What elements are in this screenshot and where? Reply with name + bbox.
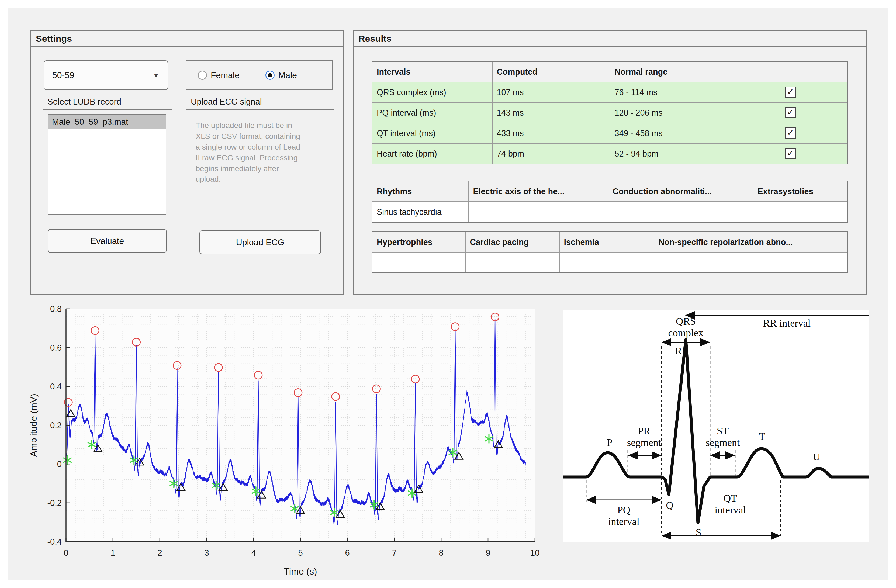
svg-text:Time (s): Time (s) [284, 566, 317, 576]
radio-circle-icon [198, 71, 207, 80]
qt-interval-label-1: QT [724, 493, 737, 504]
u-wave-label: U [813, 451, 820, 462]
record-list-item[interactable]: Male_50_59_p3.mat [48, 115, 166, 129]
record-select-panel: Select LUDB record Male_50_59_p3.mat Eva… [43, 94, 172, 268]
interval-name-cell[interactable]: QRS complex (ms) [372, 82, 492, 102]
intervals-header-cell: Intervals [372, 61, 492, 82]
ecg-diagram: QRS complex RR interval R P PR segment S… [563, 310, 869, 542]
rhythms-table: Rhythms Electric axis of the he... Condu… [372, 181, 848, 222]
record-select-panel-title: Select LUDB record [43, 94, 172, 110]
interval-name-cell[interactable]: PQ interval (ms) [372, 102, 492, 123]
radio-male[interactable]: Male [265, 70, 297, 80]
interval-computed-cell[interactable]: 143 ms [492, 102, 610, 123]
upload-panel: Upload ECG signal The uploaded file must… [186, 94, 334, 268]
interval-row-qt: QT interval (ms) 433 ms 349 - 458 ms ✓ [372, 123, 848, 143]
pq-interval-label-2: interval [608, 516, 640, 527]
svg-text:9: 9 [486, 548, 490, 558]
interval-name-cell[interactable]: Heart rate (bpm) [372, 143, 492, 164]
interval-name-cell[interactable]: QT interval (ms) [372, 123, 492, 143]
interval-range-cell[interactable]: 52 - 94 bpm [610, 143, 729, 164]
rhythm-cell[interactable]: Sinus tachycardia [372, 201, 469, 222]
svg-text:7: 7 [392, 548, 396, 558]
check-header-cell [729, 61, 848, 82]
extrasystolies-cell[interactable] [753, 201, 848, 222]
interval-range-cell[interactable]: 76 - 114 ms [610, 82, 729, 102]
r-wave-label: R [675, 345, 682, 356]
results-panel: Results Intervals Computed Normal range … [353, 30, 867, 295]
interval-range-cell[interactable]: 349 - 458 ms [610, 123, 729, 143]
svg-text:4: 4 [251, 548, 256, 558]
interval-computed-cell[interactable]: 107 ms [492, 82, 610, 102]
svg-text:-0.2: -0.2 [47, 498, 62, 508]
abnormalities-table: Hypertrophies Cardiac pacing Ischemia No… [372, 231, 848, 273]
svg-text:2: 2 [157, 548, 162, 558]
q-wave-label: Q [666, 500, 673, 511]
chevron-down-icon: ▼ [152, 71, 160, 79]
svg-text:0.2: 0.2 [50, 420, 62, 430]
pq-interval-label-1: PQ [617, 504, 631, 515]
conduction-cell[interactable] [608, 201, 753, 222]
pr-segment-label-1: PR [638, 425, 651, 437]
pr-segment-label-2: segment [627, 437, 661, 448]
radio-female-label: Female [211, 70, 239, 80]
computed-header-cell: Computed [492, 61, 610, 82]
age-range-dropdown[interactable]: 50-59 ▼ [44, 60, 168, 90]
evaluate-button[interactable]: Evaluate [48, 229, 167, 253]
extrasystolies-header-cell: Extrasystolies [753, 181, 848, 202]
radio-male-label: Male [278, 70, 297, 80]
qrs-complex-label-1: QRS [676, 315, 696, 327]
age-range-value: 50-59 [52, 70, 75, 80]
sex-radio-group: Female Male [186, 60, 332, 90]
svg-text:10: 10 [530, 548, 539, 558]
p-wave-label: P [606, 437, 612, 448]
normal-range-header-cell: Normal range [610, 61, 729, 82]
evaluate-button-label: Evaluate [91, 236, 124, 246]
svg-text:1: 1 [110, 548, 115, 558]
record-listbox[interactable]: Male_50_59_p3.mat [48, 114, 166, 215]
svg-text:Amplitude (mV): Amplitude (mV) [28, 394, 38, 457]
ischemia-cell[interactable] [559, 252, 654, 273]
ecg-diagram-svg: QRS complex RR interval R P PR segment S… [563, 310, 869, 542]
interval-computed-cell[interactable]: 74 bpm [492, 143, 610, 164]
settings-panel-title: Settings [31, 31, 343, 47]
hypertrophies-cell[interactable] [372, 252, 465, 273]
intervals-table: Intervals Computed Normal range QRS comp… [372, 61, 848, 165]
in-range-checkbox[interactable]: ✓ [785, 148, 796, 159]
interval-row-pq: PQ interval (ms) 143 ms 120 - 206 ms ✓ [372, 102, 848, 123]
svg-text:6: 6 [345, 548, 349, 558]
ecg-waveform [563, 340, 869, 523]
upload-ecg-button[interactable]: Upload ECG [200, 230, 321, 254]
cardiac-pacing-cell[interactable] [465, 252, 559, 273]
svg-text:0.6: 0.6 [50, 343, 62, 352]
rhythms-header-cell: Rhythms [372, 181, 469, 202]
settings-panel: Settings 50-59 ▼ Female Male Select LUDB… [30, 30, 344, 295]
svg-text:-0.4: -0.4 [47, 537, 62, 547]
svg-text:0.8: 0.8 [50, 304, 62, 314]
rhythms-row: Sinus tachycardia [372, 201, 848, 222]
in-range-checkbox[interactable]: ✓ [785, 128, 796, 139]
svg-text:8: 8 [439, 548, 443, 558]
repolarization-cell[interactable] [654, 252, 848, 273]
results-panel-title: Results [354, 31, 866, 47]
in-range-checkbox[interactable]: ✓ [785, 87, 796, 98]
hypertrophies-header-cell: Hypertrophies [372, 232, 465, 253]
in-range-checkbox[interactable]: ✓ [785, 107, 796, 118]
electric-axis-cell[interactable] [469, 201, 608, 222]
svg-text:0: 0 [64, 548, 68, 558]
interval-computed-cell[interactable]: 433 ms [492, 123, 610, 143]
interval-range-cell[interactable]: 120 - 206 ms [610, 102, 729, 123]
svg-text:0.4: 0.4 [50, 382, 62, 391]
radio-circle-icon [265, 71, 274, 80]
interval-row-hr: Heart rate (bpm) 74 bpm 52 - 94 bpm ✓ [372, 143, 848, 164]
ecg-plot: 012345678910-0.4-0.200.20.40.60.8Time (s… [24, 300, 552, 578]
abnormalities-row [372, 252, 848, 273]
t-wave-label: T [759, 431, 765, 442]
st-segment-label-2: segment [706, 437, 740, 448]
interval-row-qrs: QRS complex (ms) 107 ms 76 - 114 ms ✓ [372, 82, 848, 102]
radio-female[interactable]: Female [198, 70, 239, 80]
ischemia-header-cell: Ischemia [559, 232, 654, 253]
upload-ecg-button-label: Upload ECG [236, 238, 285, 247]
qrs-complex-label-2: complex [668, 327, 704, 338]
electric-axis-header-cell: Electric axis of the he... [469, 181, 608, 202]
qt-interval-label-2: interval [715, 504, 746, 515]
